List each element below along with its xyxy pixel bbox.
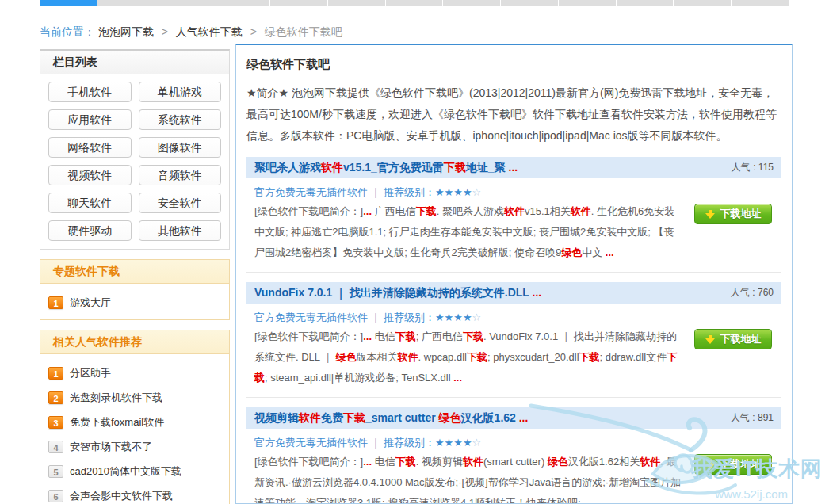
- nav-tab[interactable]: [386, 0, 443, 6]
- item-title-link[interactable]: 视频剪辑软件免费下载_smart cutter 绿色汉化版1.62 ...: [254, 407, 528, 429]
- rank-badge: 5: [48, 465, 63, 478]
- main-panel: 绿色软件下载吧 ★简介★ 泡泡网下载提供《绿色软件下载吧》(2013|2012|…: [235, 44, 793, 504]
- text-segment: 版本相关: [357, 351, 398, 363]
- nav-tab[interactable]: [155, 0, 212, 6]
- rank-badge: 1: [48, 296, 63, 309]
- download-item: 聚吧杀人游戏软件v15.1_官方免费迅雷下载地址_聚 ...人气 : 115官方…: [246, 157, 781, 273]
- breadcrumb-link-home[interactable]: 泡泡网下载: [98, 25, 154, 38]
- sidebar-category-button[interactable]: 聊天软件: [48, 193, 132, 213]
- text-segment: 下载: [467, 351, 487, 363]
- text-segment: ; steam_api.dll|单机游戏必备; TenSLX.dll: [265, 372, 453, 384]
- nav-tab[interactable]: [97, 0, 155, 6]
- text-segment: ; 广西电信: [416, 330, 463, 342]
- list-item-label: 免费下载foxmail软件: [70, 415, 164, 430]
- item-divider: [246, 397, 781, 398]
- recommend-panel: 相关人气软件推荐 1分区助手2光盘刻录机软件下载3免费下载foxmail软件4安…: [40, 330, 230, 504]
- item-title-link[interactable]: 聚吧杀人游戏软件v15.1_官方免费迅雷下载地址_聚 ...: [254, 157, 518, 178]
- star-rating: ★★★★: [435, 186, 472, 198]
- text-segment: ...: [606, 246, 614, 258]
- text-segment: 视频剪辑: [254, 411, 299, 424]
- download-button-label: 下载地址: [720, 332, 762, 346]
- recommend-title: 相关人气软件推荐: [40, 330, 229, 354]
- special-download-list: 1游戏大厅: [40, 284, 229, 319]
- sidebar-category-button[interactable]: 手机软件: [48, 82, 132, 102]
- rank-badge: 6: [48, 490, 63, 502]
- download-list: 聚吧杀人游戏软件v15.1_官方免费迅雷下载地址_聚 ...人气 : 115官方…: [246, 157, 781, 504]
- star-empty-icon: ☆: [472, 186, 482, 198]
- list-item-label: 安智市场下载不了: [70, 440, 152, 454]
- text-segment: 软件: [571, 205, 591, 217]
- sidebar-category-button[interactable]: 硬件驱动: [48, 220, 132, 241]
- download-item: VundoFix 7.0.1 ｜ 找出并清除隐藏劫持的系统文件.DLL ...人…: [246, 282, 781, 398]
- sidebar-category-button[interactable]: 应用软件: [48, 109, 132, 130]
- list-item-label: cad2010简体中文版下载: [70, 464, 181, 479]
- text-segment: 汉化版1.62相关: [568, 456, 640, 468]
- text-segment: 下载: [395, 330, 416, 342]
- popularity-label: 人气 :: [731, 412, 758, 423]
- text-segment: v15.1_官方免费迅雷: [343, 161, 444, 174]
- text-segment: v15.1相关: [525, 205, 571, 217]
- nav-tab[interactable]: [732, 0, 789, 6]
- list-item[interactable]: 1分区助手: [48, 361, 221, 385]
- sidebar-category-button[interactable]: 图像软件: [139, 137, 222, 158]
- sidebar-category-button[interactable]: 视频软件: [48, 165, 132, 185]
- nav-tab[interactable]: [559, 0, 616, 6]
- popularity-label: 人气 :: [731, 287, 758, 298]
- star-rating: ★★★★: [435, 311, 472, 323]
- breadcrumb-label: 当前位置：: [40, 25, 95, 38]
- list-item[interactable]: 3免费下载foxmail软件: [48, 410, 221, 434]
- download-arrow-icon: [705, 335, 715, 344]
- download-button[interactable]: 下载地址: [694, 204, 772, 224]
- list-item[interactable]: 4安智市场下载不了: [48, 434, 221, 459]
- list-item-label: 游戏大厅: [70, 296, 111, 310]
- text-segment: 软件: [504, 205, 525, 217]
- nav-tab[interactable]: [501, 0, 558, 6]
- nav-tab-active[interactable]: [40, 0, 97, 6]
- nav-tab[interactable]: [328, 0, 385, 6]
- popularity-label: 人气 :: [732, 162, 758, 173]
- star-empty-icon: ☆: [472, 311, 482, 323]
- download-button[interactable]: 下载地址: [694, 454, 772, 475]
- text-segment: 软件: [321, 161, 343, 174]
- text-segment: 绿色: [336, 351, 357, 363]
- sidebar-category-button[interactable]: 安全软件: [139, 193, 222, 213]
- special-download-title: 专题软件下载: [40, 260, 229, 284]
- text-segment: 绿色: [548, 456, 568, 468]
- star-rating: ★★★★: [435, 437, 472, 449]
- list-item-label: 分区助手: [70, 366, 111, 380]
- text-segment: 中文: [582, 246, 606, 258]
- download-button[interactable]: 下载地址: [694, 329, 772, 349]
- sidebar-category-button[interactable]: 系统软件: [139, 109, 222, 130]
- text-segment: ; physxcudart_20.dll: [487, 351, 579, 363]
- popularity: 人气 : 760: [731, 282, 774, 304]
- text-segment: 下载: [416, 205, 437, 217]
- list-item[interactable]: 1游戏大厅: [48, 290, 221, 315]
- popularity-value: 891: [758, 412, 774, 423]
- nav-tab[interactable]: [674, 0, 731, 6]
- list-item[interactable]: 5cad2010简体中文版下载: [48, 459, 221, 483]
- nav-tab[interactable]: [617, 0, 674, 6]
- nav-tab[interactable]: [212, 0, 269, 6]
- breadcrumb-link-category[interactable]: 人气软件下载: [176, 25, 243, 38]
- item-description: [绿色软件下载吧简介：]... 电信下载; 广西电信下载. VundoFix 7…: [254, 326, 684, 388]
- page-title: 绿色软件下载吧: [246, 57, 781, 72]
- list-item[interactable]: 6会声会影中文软件下载: [48, 483, 221, 504]
- text-segment: 电信: [372, 456, 395, 468]
- item-title-link[interactable]: VundoFix 7.0.1 ｜ 找出并清除隐藏劫持的系统文件.DLL ...: [254, 282, 541, 304]
- nav-tab[interactable]: [270, 0, 327, 6]
- sidebar-category-button[interactable]: 音频软件: [139, 165, 222, 185]
- sidebar-category-button[interactable]: 网络软件: [48, 137, 132, 158]
- sidebar-category-button[interactable]: 其他软件: [139, 220, 222, 241]
- item-description: [绿色软件下载吧简介：]... 电信下载. 视频剪辑软件(smart cutte…: [254, 452, 684, 504]
- breadcrumb-separator: >: [162, 25, 168, 38]
- nav-tab[interactable]: [443, 0, 500, 6]
- sidebar-category-button[interactable]: 单机游戏: [139, 82, 222, 102]
- text-segment: . 聚吧杀人游戏: [437, 205, 504, 217]
- popularity-value: 760: [758, 287, 774, 298]
- rating-row: 官方免费无毒无插件软件 ｜ 推荐级别：★★★★☆: [246, 311, 781, 325]
- text-segment: 下载: [579, 351, 600, 363]
- rank-badge: 2: [48, 391, 63, 404]
- list-item[interactable]: 2光盘刻录机软件下载: [48, 385, 221, 410]
- text-segment: ...: [519, 411, 529, 424]
- text-segment: [绿色软件下载吧简介：]: [254, 330, 363, 342]
